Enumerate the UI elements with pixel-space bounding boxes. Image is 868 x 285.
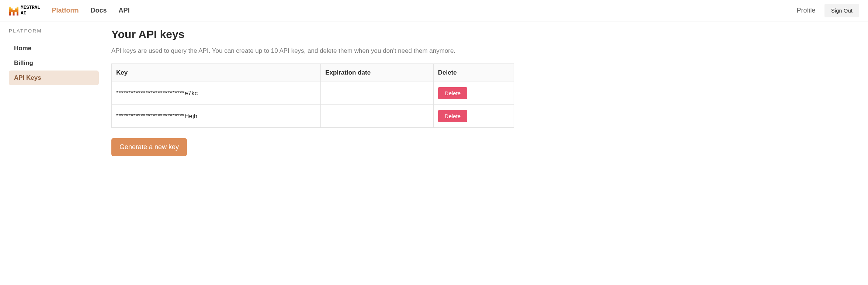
- sidebar: PLATFORM Home Billing API Keys: [0, 28, 99, 156]
- sidebar-item-label: Billing: [14, 59, 33, 66]
- topbar-right: Profile Sign Out: [797, 4, 859, 17]
- table-header-row: Key Expiration date Delete: [112, 64, 514, 82]
- nav-platform[interactable]: Platform: [52, 7, 79, 14]
- sidebar-item-home[interactable]: Home: [9, 41, 99, 56]
- delete-cell: Delete: [433, 82, 514, 105]
- profile-link[interactable]: Profile: [797, 7, 816, 14]
- key-cell: ****************************Hejh: [112, 105, 321, 128]
- table-row: ****************************Hejh Delete: [112, 105, 514, 128]
- nav-api[interactable]: API: [119, 7, 130, 14]
- top-nav: Platform Docs API: [52, 7, 130, 14]
- svg-rect-0: [9, 7, 11, 8]
- topbar: MISTRAL AI_ Platform Docs API Profile Si…: [0, 0, 868, 21]
- page-description: API keys are used to query the API. You …: [111, 47, 514, 55]
- logo[interactable]: MISTRAL AI_: [9, 5, 40, 16]
- logo-icon: [9, 6, 18, 16]
- svg-rect-1: [17, 7, 18, 8]
- layout: PLATFORM Home Billing API Keys Your API …: [0, 21, 868, 156]
- sidebar-item-api-keys[interactable]: API Keys: [9, 71, 99, 85]
- svg-rect-8: [9, 14, 11, 16]
- key-cell: ****************************e7kc: [112, 82, 321, 105]
- signout-button[interactable]: Sign Out: [824, 4, 859, 17]
- nav-docs[interactable]: Docs: [91, 7, 107, 14]
- sidebar-item-label: Home: [14, 45, 31, 52]
- svg-rect-3: [15, 8, 18, 10]
- page-title: Your API keys: [111, 28, 514, 41]
- svg-rect-2: [9, 8, 13, 10]
- expiration-cell: [321, 105, 433, 128]
- delete-button[interactable]: Delete: [438, 110, 467, 122]
- expiration-cell: [321, 82, 433, 105]
- delete-button[interactable]: Delete: [438, 87, 467, 99]
- svg-rect-5: [9, 12, 11, 14]
- generate-key-button[interactable]: Generate a new key: [111, 138, 187, 156]
- sidebar-title: PLATFORM: [9, 28, 99, 34]
- column-expiration: Expiration date: [321, 64, 433, 82]
- delete-cell: Delete: [433, 105, 514, 128]
- column-key: Key: [112, 64, 321, 82]
- table-row: ****************************e7kc Delete: [112, 82, 514, 105]
- svg-rect-7: [17, 12, 18, 14]
- logo-text: MISTRAL AI_: [21, 5, 40, 16]
- api-keys-table: Key Expiration date Delete *************…: [111, 63, 514, 128]
- column-delete: Delete: [433, 64, 514, 82]
- sidebar-item-billing[interactable]: Billing: [9, 56, 99, 71]
- brand-line1: MISTRAL: [21, 5, 40, 10]
- svg-rect-9: [13, 14, 15, 16]
- sidebar-items: Home Billing API Keys: [9, 41, 99, 85]
- svg-rect-10: [17, 14, 18, 16]
- svg-rect-6: [13, 12, 15, 14]
- topbar-left: MISTRAL AI_ Platform Docs API: [9, 5, 130, 16]
- sidebar-item-label: API Keys: [14, 74, 41, 81]
- main-content: Your API keys API keys are used to query…: [99, 28, 523, 156]
- brand-line2: AI_: [21, 11, 40, 16]
- svg-rect-4: [9, 10, 18, 12]
